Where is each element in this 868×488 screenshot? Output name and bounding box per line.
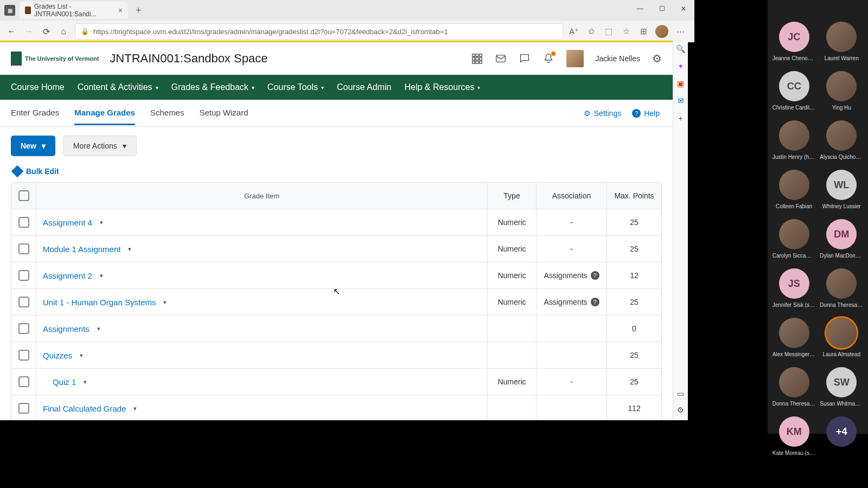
copilot-icon[interactable]: ✦ (676, 61, 686, 71)
mail-icon[interactable] (495, 53, 507, 65)
participant[interactable]: KMKate Moreau (she... (772, 416, 816, 456)
grade-item-link[interactable]: Quizzes (43, 351, 72, 360)
url-text: https://brightspace.uvm.edu/d2l/lms/grad… (93, 28, 448, 36)
grade-item-link[interactable]: Assignment 4 (43, 218, 92, 227)
nav-item-course-admin[interactable]: Course Admin (337, 82, 392, 92)
grade-item-link[interactable]: Final Calculated Grade (43, 404, 126, 413)
favorites-icon[interactable]: ☆ (621, 26, 631, 37)
participant[interactable]: SWSusan Whitman (... (820, 367, 864, 407)
row-checkbox[interactable] (11, 209, 36, 235)
participant[interactable]: Donna Theresa H... (820, 268, 864, 308)
participant[interactable]: Laurel Warren (820, 22, 864, 61)
nav-item-help-resources[interactable]: Help & Resources ▾ (404, 82, 480, 92)
tab-actions-icon[interactable]: ▦ (4, 5, 15, 16)
chat-icon[interactable] (519, 53, 531, 65)
extensions-icon[interactable]: ⬚ (603, 26, 614, 37)
participant[interactable]: Justin Henry (he/... (772, 120, 816, 160)
nav-item-content-activities[interactable]: Content & Activities ▾ (78, 82, 158, 92)
apps-icon[interactable] (471, 53, 483, 65)
settings-link[interactable]: ⚙ Settings (584, 109, 622, 118)
course-navbar: Course HomeContent & Activities ▾Grades … (0, 75, 673, 100)
help-icon[interactable]: ? (591, 271, 599, 280)
nav-item-course-home[interactable]: Course Home (11, 82, 65, 92)
chevron-down-icon[interactable]: ▾ (128, 246, 131, 253)
select-all-checkbox[interactable] (11, 183, 36, 209)
chevron-down-icon[interactable]: ▾ (80, 352, 83, 359)
grade-item-link[interactable]: Assignments (43, 324, 90, 333)
logo-text: The University of Vermont (25, 55, 99, 62)
add-sidebar-icon[interactable]: + (676, 113, 686, 123)
chevron-down-icon[interactable]: ▾ (133, 405, 137, 412)
participant[interactable]: Donna Theresa H... (772, 367, 816, 407)
row-checkbox[interactable] (11, 262, 36, 288)
bulk-edit-link[interactable]: Bulk Edit (0, 165, 673, 182)
close-tab-icon[interactable]: × (118, 6, 123, 15)
office-icon[interactable]: ▣ (676, 79, 686, 88)
logo[interactable]: The University of Vermont (11, 52, 99, 66)
nav-item-course-tools[interactable]: Course Tools ▾ (267, 82, 324, 92)
subtab-enter-grades[interactable]: Enter Grades (11, 101, 59, 125)
row-checkbox[interactable] (11, 342, 36, 368)
star-outline-icon[interactable]: ✩ (586, 26, 597, 37)
grade-item-link[interactable]: Module 1 Assignment (43, 245, 120, 254)
row-checkbox[interactable] (11, 289, 36, 315)
nav-item-grades-feedback[interactable]: Grades & Feedback ▾ (171, 82, 254, 92)
subtab-schemes[interactable]: Schemes (150, 101, 184, 125)
chevron-down-icon[interactable]: ▾ (100, 219, 103, 226)
sidebar-settings-icon[interactable]: ⚙ (676, 405, 686, 415)
points-cell: 25 (607, 369, 661, 395)
row-checkbox[interactable] (11, 236, 36, 262)
maximize-button[interactable]: ☐ (651, 0, 673, 17)
new-button[interactable]: New ▾ (11, 136, 55, 156)
settings-gear-icon[interactable]: ⚙ (652, 52, 662, 65)
row-checkbox[interactable] (11, 369, 36, 395)
chevron-down-icon[interactable]: ▾ (163, 299, 167, 306)
sidebar-toggle-icon[interactable]: ▭ (676, 389, 686, 399)
participant[interactable]: CCChristine Cardillo... (772, 71, 816, 111)
participant[interactable]: WLWhitney Lussier (820, 170, 864, 209)
new-tab-button[interactable]: + (132, 4, 145, 17)
grade-item-link[interactable]: Unit 1 - Human Organ Systems (43, 298, 156, 307)
participant[interactable]: Carolyn Siccama (... (772, 219, 816, 259)
minimize-button[interactable]: — (629, 0, 651, 17)
participant[interactable]: Alex Messinger (h... (772, 318, 816, 357)
participant[interactable]: Alyscia Quichocho (820, 120, 864, 160)
subtab-setup-wizard[interactable]: Setup Wizard (199, 101, 248, 125)
url-input[interactable]: 🔒 https://brightspace.uvm.edu/d2l/lms/gr… (75, 23, 563, 40)
menu-icon[interactable]: ⋯ (675, 26, 686, 37)
participant[interactable]: Ying Hu (820, 71, 864, 111)
help-link[interactable]: ? Help (632, 109, 660, 118)
grade-item-cell: Module 1 Assignment ▾ (36, 236, 488, 262)
read-aloud-icon[interactable]: A⁺ (569, 26, 579, 37)
search-icon[interactable]: 🔍 (676, 44, 686, 54)
participant[interactable]: JCJeanne Chenoweth (772, 22, 816, 61)
profile-avatar[interactable] (655, 25, 668, 38)
participant[interactable]: Colleen Fabian (772, 170, 816, 209)
chevron-down-icon[interactable]: ▾ (97, 325, 100, 332)
more-actions-button[interactable]: More Actions ▾ (63, 136, 137, 156)
chevron-down-icon[interactable]: ▾ (84, 378, 87, 386)
home-button[interactable]: ⌂ (58, 25, 69, 37)
close-window-button[interactable]: ✕ (673, 0, 694, 17)
browser-tab[interactable]: Grades List - JNTRAIN001:Sandi... × (20, 2, 128, 19)
back-button[interactable]: ← (5, 25, 17, 37)
collections-icon[interactable]: ⊞ (638, 26, 649, 37)
svg-rect-6 (472, 61, 475, 64)
participant[interactable]: JSJennifer Sisk (she... (772, 268, 816, 308)
participant[interactable]: +4 (820, 416, 864, 456)
participant[interactable]: DMDylan MacDonald... (820, 219, 864, 259)
help-icon[interactable]: ? (591, 298, 599, 306)
subtab-manage-grades[interactable]: Manage Grades (74, 101, 135, 125)
refresh-button[interactable]: ⟳ (40, 25, 52, 37)
forward-button[interactable]: → (23, 25, 35, 37)
row-checkbox[interactable] (11, 316, 36, 342)
participant[interactable]: Laura Almstead (820, 318, 864, 357)
user-avatar[interactable] (566, 50, 584, 67)
chevron-down-icon[interactable]: ▾ (100, 272, 103, 279)
grade-item-link[interactable]: Quiz 1 (53, 377, 76, 387)
outlook-icon[interactable]: ✉ (676, 96, 686, 106)
user-name[interactable]: Jackie Nelles (596, 54, 640, 63)
grade-item-link[interactable]: Assignment 2 (43, 271, 92, 280)
row-checkbox[interactable] (11, 395, 36, 420)
notifications-icon[interactable] (542, 53, 554, 65)
